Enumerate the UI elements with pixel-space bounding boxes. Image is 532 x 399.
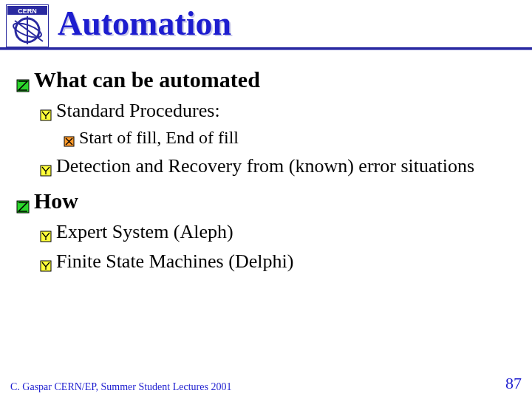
slide-body: What can be automated Standard Procedure…: [0, 50, 532, 273]
svg-text:CERN: CERN: [18, 7, 37, 15]
bullet-text: Detection and Recovery from (known) erro…: [56, 154, 519, 179]
bullet-text: Start of fill, End of fill: [79, 126, 519, 149]
z-bullet-icon: [16, 72, 30, 86]
x-bullet-icon: [64, 132, 75, 143]
footer-author: C. Gaspar CERN/EP, Summer Student Lectur…: [10, 381, 231, 393]
bullet-text: Expert System (Aleph): [56, 219, 519, 245]
bullet-level1: How: [16, 186, 519, 215]
cern-logo: CERN: [6, 4, 49, 47]
y-bullet-icon: [40, 104, 52, 116]
bullet-level2: Standard Procedures:: [40, 98, 519, 123]
bullet-text: What can be automated: [34, 65, 519, 94]
bullet-text: Standard Procedures:: [56, 98, 519, 123]
page-number: 87: [505, 374, 522, 393]
bullet-level1: What can be automated: [16, 65, 519, 94]
bullet-level2: Finite State Machines (Delphi): [40, 249, 519, 274]
slide-footer: C. Gaspar CERN/EP, Summer Student Lectur…: [0, 374, 532, 393]
y-bullet-icon: [40, 255, 52, 267]
bullet-level3: Start of fill, End of fill: [64, 126, 519, 149]
z-bullet-icon: [16, 194, 30, 207]
y-bullet-icon: [40, 225, 52, 237]
slide-title: Automation: [58, 7, 231, 45]
y-bullet-icon: [40, 160, 52, 171]
slide-header: CERN Automation: [0, 0, 532, 50]
bullet-text: How: [34, 186, 519, 215]
bullet-level2: Expert System (Aleph): [40, 219, 519, 245]
bullet-level2: Detection and Recovery from (known) erro…: [40, 154, 519, 179]
bullet-text: Finite State Machines (Delphi): [56, 249, 519, 274]
